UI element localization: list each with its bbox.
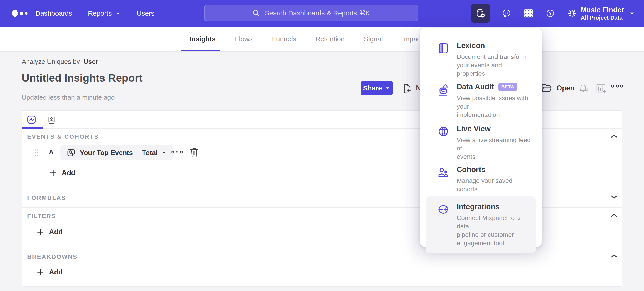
plus-icon xyxy=(37,229,44,236)
events-collapse-button[interactable] xyxy=(609,133,619,140)
event-selector-chip[interactable]: Your Top Events xyxy=(60,145,139,160)
menu-item-lexicon[interactable]: Lexicon Document and transform your even… xyxy=(426,37,536,82)
messages-button[interactable] xyxy=(502,8,512,18)
tab-funnels[interactable]: Funnels xyxy=(272,35,296,43)
ellipsis-icon xyxy=(611,83,624,89)
updated-timestamp: Updated less than a minute ago xyxy=(22,94,115,101)
search-placeholder: Search Dashboards & Reports ⌘K xyxy=(265,9,370,17)
profiles-view-tab[interactable] xyxy=(46,114,57,125)
menu-item-description: View a live streaming feed of events xyxy=(457,136,531,161)
open-button-label: Open xyxy=(556,84,574,92)
add-breakdown-button[interactable]: Add xyxy=(37,267,62,278)
chevron-up-icon xyxy=(610,213,618,218)
breakdowns-collapse-button[interactable] xyxy=(609,253,619,260)
formulas-expand-button[interactable] xyxy=(609,194,619,200)
section-filters-label: FILTERS xyxy=(27,213,56,220)
primary-nav: Dashboards Reports Users xyxy=(35,0,154,27)
apps-grid-icon xyxy=(524,8,534,18)
tab-impact[interactable]: Impact xyxy=(402,35,422,43)
menu-item-description: Manage your saved cohorts xyxy=(457,177,531,193)
chevron-up-icon xyxy=(610,134,618,139)
plus-icon xyxy=(37,269,44,276)
project-name: Music Finder xyxy=(581,6,624,14)
add-filter-button[interactable]: Add xyxy=(37,227,62,237)
add-event-button[interactable]: Add xyxy=(50,168,75,178)
project-info: Music Finder All Project Data xyxy=(581,6,624,21)
share-button[interactable]: Share xyxy=(360,81,393,95)
filters-collapse-button[interactable] xyxy=(609,212,619,219)
chevron-down-icon xyxy=(610,194,618,199)
help-icon: ? xyxy=(545,8,555,18)
page-title[interactable]: Untitled Insights Report xyxy=(22,72,143,84)
open-report-button[interactable]: Open xyxy=(540,81,574,95)
menu-item-integrations[interactable]: Integrations Connect Mixpanel to a data … xyxy=(426,197,536,253)
menu-item-description: Connect Mixpanel to a data pipeline or c… xyxy=(457,214,531,247)
menu-item-title: Live View xyxy=(457,124,491,133)
analyze-prefix: Analyze Uniques by xyxy=(22,58,80,65)
analyze-line: Analyze Uniques by User xyxy=(22,58,98,65)
navbar-icon-group: ? xyxy=(471,0,577,27)
report-tabstrip: Insights Flows Funnels Retention Signal … xyxy=(0,27,644,52)
create-alert-button[interactable] xyxy=(578,83,590,94)
globe-icon xyxy=(437,124,450,161)
caret-down-icon xyxy=(629,10,635,16)
analyze-entity-selector[interactable]: User xyxy=(84,58,98,65)
nav-dashboards[interactable]: Dashboards xyxy=(35,9,72,17)
menu-item-text: Lexicon Document and transform your even… xyxy=(457,41,531,78)
data-management-dropdown: Lexicon Document and transform your even… xyxy=(420,28,542,247)
tab-retention[interactable]: Retention xyxy=(316,35,344,43)
metric-selector-chip[interactable]: Total xyxy=(136,145,172,160)
search-input[interactable]: Search Dashboards & Reports ⌘K xyxy=(204,5,418,21)
project-selector[interactable]: Music Finder All Project Data xyxy=(581,0,635,27)
insights-chart-icon xyxy=(26,114,37,125)
caret-down-icon xyxy=(116,11,121,16)
card-active-tab-underline xyxy=(22,127,43,128)
metrics-view-tab[interactable] xyxy=(26,114,37,125)
tab-signal[interactable]: Signal xyxy=(364,35,383,43)
project-scope: All Project Data xyxy=(581,14,624,21)
active-tab-underline xyxy=(181,50,220,51)
more-actions-button[interactable] xyxy=(611,83,624,89)
profile-card-icon xyxy=(46,114,56,125)
event-chip-label: Your Top Events xyxy=(80,149,133,157)
delete-event-button[interactable] xyxy=(189,147,199,158)
menu-item-cohorts[interactable]: Cohorts Manage your saved cohorts xyxy=(426,161,536,198)
report-tabs: Insights Flows Funnels Retention Signal … xyxy=(190,27,422,51)
drag-handle-icon[interactable] xyxy=(34,148,39,158)
open-lock-icon xyxy=(437,82,450,119)
settings-button[interactable] xyxy=(567,8,577,18)
bell-plus-icon xyxy=(578,83,590,94)
chevron-up-icon xyxy=(610,254,618,259)
help-button[interactable]: ? xyxy=(545,8,555,18)
menu-item-text: Cohorts Manage your saved cohorts xyxy=(457,165,531,193)
series-letter: A xyxy=(49,148,54,156)
event-row-more-button[interactable] xyxy=(171,149,184,155)
messages-icon xyxy=(502,8,512,18)
section-breakdowns-label: BREAKDOWNS xyxy=(27,253,78,261)
menu-item-text: Live View View a live streaming feed of … xyxy=(457,124,531,161)
metric-chip-label: Total xyxy=(142,149,158,157)
mixpanel-logo-icon[interactable] xyxy=(11,8,33,19)
beta-badge: BETA xyxy=(498,83,517,91)
menu-item-text: Integrations Connect Mixpanel to a data … xyxy=(457,202,531,247)
menu-item-description: View possible issues with your implement… xyxy=(457,94,531,119)
add-to-board-button[interactable] xyxy=(596,83,607,94)
menu-item-title: Lexicon xyxy=(457,41,485,50)
search-icon xyxy=(252,9,260,17)
tab-insights[interactable]: Insights xyxy=(190,35,216,43)
mixpanel-app: Dashboards Reports Users Search Dashboar… xyxy=(0,0,644,291)
data-management-button[interactable] xyxy=(471,4,490,23)
nav-reports[interactable]: Reports xyxy=(88,9,121,17)
caret-down-icon xyxy=(162,150,166,155)
plus-icon xyxy=(50,169,57,177)
menu-item-title: Data Audit xyxy=(457,82,494,91)
people-icon xyxy=(437,165,450,193)
data-management-icon xyxy=(474,7,486,19)
menu-item-title: Cohorts xyxy=(457,165,486,174)
tab-flows[interactable]: Flows xyxy=(235,35,252,43)
menu-item-data-audit[interactable]: Data Audit BETA View possible issues wit… xyxy=(426,78,536,123)
top-navbar: Dashboards Reports Users Search Dashboar… xyxy=(0,0,644,27)
menu-item-live-view[interactable]: Live View View a live streaming feed of … xyxy=(426,120,536,165)
nav-users[interactable]: Users xyxy=(137,9,154,17)
apps-grid-button[interactable] xyxy=(524,8,534,18)
